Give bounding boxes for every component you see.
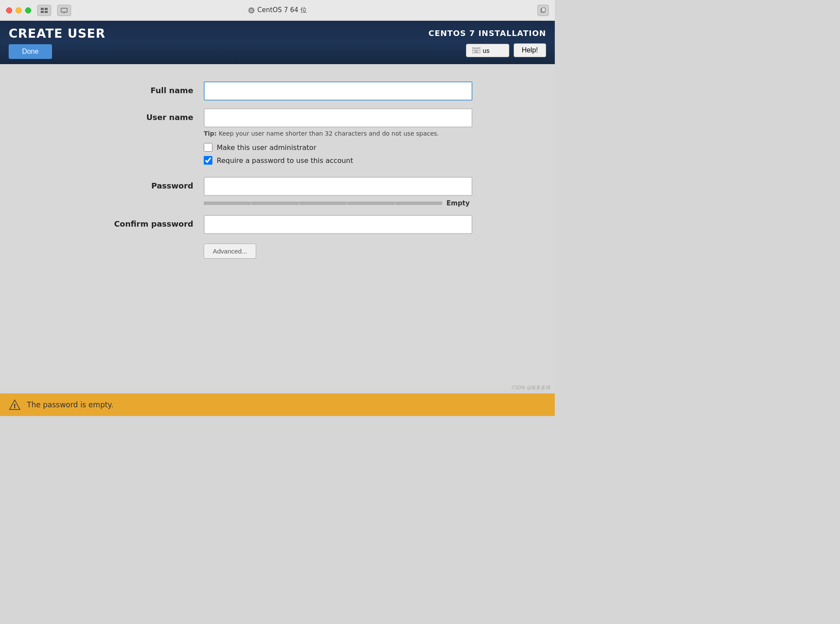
svg-rect-12 [475, 48, 476, 49]
svg-rect-15 [473, 50, 475, 51]
svg-text:!: ! [13, 403, 16, 410]
svg-rect-0 [41, 8, 44, 10]
tip-bold: Tip: [204, 130, 217, 137]
svg-rect-18 [474, 52, 479, 52]
window-controls [6, 5, 71, 16]
page-title: CREATE USER [9, 26, 105, 41]
header-right-buttons: us Help! [466, 43, 546, 57]
done-button[interactable]: Done [9, 44, 52, 59]
main-content: Full name User name Tip: Keep your user … [0, 64, 555, 389]
svg-rect-1 [45, 8, 48, 10]
close-button[interactable] [6, 7, 12, 13]
svg-rect-14 [479, 48, 479, 49]
full-name-row: Full name [82, 81, 472, 101]
password-field: Empty [204, 177, 472, 207]
password-checkbox-label[interactable]: Require a password to use this account [217, 156, 353, 165]
confirm-password-field [204, 215, 472, 234]
svg-rect-2 [41, 11, 44, 13]
svg-rect-3 [45, 11, 48, 13]
confirm-password-input[interactable] [204, 215, 472, 234]
keyboard-layout-button[interactable]: us [466, 44, 509, 57]
svg-rect-13 [477, 48, 478, 49]
keyboard-layout-label: us [483, 47, 490, 54]
strength-label: Empty [446, 199, 472, 207]
confirm-password-label: Confirm password [82, 215, 204, 228]
strength-segment-4 [347, 202, 394, 205]
strength-segment-5 [395, 202, 442, 205]
advanced-field: Advanced... [204, 242, 472, 259]
screen-icon[interactable] [57, 5, 71, 16]
user-name-label: User name [82, 108, 204, 122]
full-name-label: Full name [82, 81, 204, 95]
warning-icon: ! [9, 399, 21, 411]
tip-content: Keep your user name shorter than 32 char… [218, 130, 439, 137]
form-container: Full name User name Tip: Keep your user … [82, 81, 472, 259]
confirm-password-row: Confirm password [82, 215, 472, 234]
help-button[interactable]: Help! [514, 43, 546, 57]
admin-checkbox[interactable] [204, 143, 212, 152]
password-label: Password [82, 177, 204, 190]
admin-checkbox-label[interactable]: Make this user administrator [217, 143, 316, 152]
svg-rect-17 [479, 50, 479, 51]
status-message: The password is empty. [27, 400, 114, 409]
status-bar: ! The password is empty. [0, 393, 555, 416]
strength-segment-2 [251, 202, 298, 205]
titlebar: ⚙ CentOS 7 64 位 [0, 0, 555, 21]
advanced-button[interactable]: Advanced... [204, 244, 256, 259]
strength-bar-container: Empty [204, 199, 472, 207]
svg-rect-11 [473, 48, 475, 49]
password-input[interactable] [204, 177, 472, 196]
strength-segment-1 [204, 202, 251, 205]
user-name-field: Tip: Keep your user name shorter than 32… [204, 108, 472, 169]
strength-bar [204, 202, 442, 205]
svg-text:⚙: ⚙ [249, 8, 253, 13]
strength-segment-3 [300, 202, 346, 205]
window-action-buttons [537, 5, 549, 16]
svg-rect-9 [542, 8, 545, 12]
admin-checkbox-row: Make this user administrator [204, 143, 472, 152]
view-toggle-icon[interactable] [37, 5, 51, 16]
maximize-button[interactable] [25, 7, 31, 13]
password-row: Password Empty [82, 177, 472, 207]
user-name-input[interactable] [204, 108, 472, 127]
full-name-input[interactable] [204, 81, 472, 101]
password-checkbox[interactable] [204, 156, 212, 165]
password-checkbox-row: Require a password to use this account [204, 156, 472, 165]
username-tip: Tip: Keep your user name shorter than 32… [204, 130, 472, 137]
window-title: ⚙ CentOS 7 64 位 [248, 6, 307, 14]
svg-rect-5 [63, 13, 65, 13]
minimize-button[interactable] [16, 7, 22, 13]
copy-icon[interactable] [537, 5, 549, 16]
installation-label: CENTOS 7 INSTALLATION [428, 29, 546, 38]
header-bar: CREATE USER Done CENTOS 7 INSTALLATION u… [0, 21, 555, 64]
watermark: CSDN @板多多球 [511, 384, 550, 391]
header-left: CREATE USER Done [9, 26, 105, 59]
advanced-spacer [82, 242, 204, 246]
svg-rect-4 [61, 8, 67, 12]
svg-rect-16 [475, 50, 478, 51]
full-name-field [204, 81, 472, 101]
advanced-row: Advanced... [82, 242, 472, 259]
user-name-row: User name Tip: Keep your user name short… [82, 108, 472, 169]
